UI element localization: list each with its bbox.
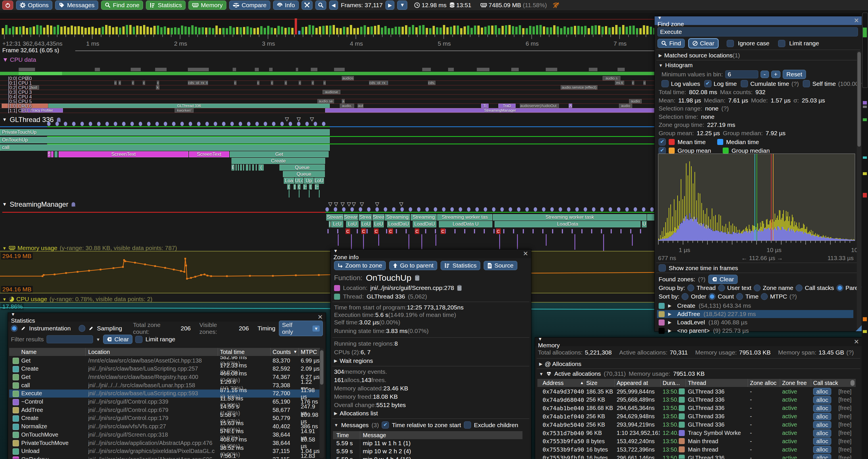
- timeline-zone[interactable]: c: [285, 81, 287, 85]
- statistics-scrollbar-thumb[interactable]: [320, 350, 323, 385]
- frame-bar[interactable]: [133, 27, 135, 34]
- frame-bar[interactable]: [608, 28, 611, 34]
- frame-bar[interactable]: [95, 28, 97, 34]
- clear-button[interactable]: Clear: [689, 39, 718, 48]
- table-row[interactable]: Createjni/../jni/src/guif/Control.cpp:17…: [9, 414, 320, 422]
- wrench-tools-button[interactable]: [302, 1, 312, 10]
- table-row[interactable]: 0x74ab9e5040256 KB293,994,219ns13:50.7GL…: [537, 421, 856, 429]
- frame-bar[interactable]: [81, 27, 83, 34]
- timeline-zone[interactable]: aut: [358, 104, 363, 108]
- sample-dot[interactable]: [542, 207, 546, 211]
- timeline-zone[interactable]: E: [231, 164, 235, 170]
- close-icon[interactable]: ✕: [854, 338, 859, 346]
- show-zone-time-checkbox[interactable]: [659, 264, 666, 271]
- timeline-zone[interactable]: c: [157, 81, 159, 85]
- timeline-zone[interactable]: LoU: [361, 221, 371, 227]
- message-tick[interactable]: [513, 229, 514, 233]
- frame-bar[interactable]: [253, 28, 256, 34]
- sample-dot[interactable]: [350, 207, 354, 211]
- frame-bar[interactable]: [264, 28, 266, 34]
- frame-bar[interactable]: [222, 28, 225, 34]
- collapsed-zone-marker[interactable]: ▽: [285, 117, 289, 121]
- sample-dot[interactable]: [305, 122, 309, 126]
- frame-bar[interactable]: [563, 26, 566, 34]
- frame-bar[interactable]: [501, 26, 504, 34]
- frame-bar[interactable]: [415, 27, 417, 34]
- frame-bar[interactable]: [2, 28, 4, 34]
- frame-bar[interactable]: [243, 27, 245, 34]
- timeline-zone[interactable]: Up: [304, 178, 314, 184]
- table-row[interactable]: Get/mnt/e/claw/src/claw/base/AssetDict.h…: [9, 357, 320, 365]
- frame-bar[interactable]: [46, 25, 49, 34]
- timeline-zone[interactable]: Strea: [373, 214, 384, 221]
- cpu-row[interactable]: GLTGLThread 336audio.autTiTraDaudioserve…: [0, 104, 675, 108]
- timeline-zone[interactable]: Stream: [344, 214, 358, 221]
- sample-dot[interactable]: [375, 207, 379, 211]
- table-row[interactable]: 0x7531d7b04096 KB1:10 234,952,16112:40.7…: [537, 429, 856, 437]
- frame-bar[interactable]: [71, 26, 73, 34]
- frame-bar[interactable]: [16, 27, 18, 34]
- timeline-zone[interactable]: mi.ti: [615, 81, 624, 85]
- search-input[interactable]: Execute: [657, 27, 858, 36]
- frame-bar[interactable]: [526, 28, 528, 34]
- header-scroll-dot[interactable]: [850, 380, 855, 386]
- column-header-message[interactable]: Message: [363, 432, 386, 438]
- frame-bar[interactable]: [236, 27, 239, 34]
- timeline-zone[interactable]: k: [156, 85, 159, 90]
- alloc-callstack-button[interactable]: alloc: [813, 437, 831, 445]
- frame-bar[interactable]: [512, 26, 514, 34]
- frame-bar[interactable]: [364, 25, 366, 34]
- collapsed-zone-marker[interactable]: ▽: [375, 202, 379, 206]
- timeline-zone[interactable]: (: [258, 164, 264, 170]
- toolbar-button-statistics[interactable]: Statistics: [146, 1, 186, 10]
- sample-dot[interactable]: [180, 122, 184, 126]
- sample-dot[interactable]: [139, 122, 142, 126]
- column-header-dura-[interactable]: Dura...: [663, 380, 680, 386]
- frame-bar[interactable]: [405, 25, 407, 34]
- message-tick[interactable]: [435, 229, 436, 233]
- sample-dot[interactable]: [342, 207, 345, 211]
- timeline-zone[interactable]: audio.s: [602, 76, 620, 80]
- filter-input[interactable]: [46, 335, 93, 343]
- message-tick[interactable]: [484, 229, 485, 233]
- timeline-zone[interactable]: Streaming worker task: [493, 214, 647, 221]
- message-tick[interactable]: [455, 229, 456, 233]
- sample-dot[interactable]: [289, 122, 292, 126]
- close-icon[interactable]: ✕: [318, 314, 323, 321]
- close-icon[interactable]: ✕: [523, 250, 528, 258]
- timeline-zone[interactable]: Loa: [284, 178, 294, 184]
- frame-bar[interactable]: [577, 26, 580, 34]
- message-tick[interactable]: [611, 229, 612, 233]
- timeline-zone[interactable]: [252, 164, 254, 170]
- frame-bar[interactable]: [54, 27, 56, 34]
- frame-bar[interactable]: [281, 27, 283, 34]
- timeline-zone[interactable]: cds.: [428, 81, 435, 85]
- frame-bar[interactable]: [202, 27, 204, 34]
- frame-bar[interactable]: [374, 26, 376, 34]
- increment-button[interactable]: +: [771, 71, 780, 78]
- sample-dot[interactable]: [230, 122, 234, 126]
- frame-bar[interactable]: [50, 26, 52, 34]
- frame-bar[interactable]: [105, 25, 107, 34]
- message-tick[interactable]: [581, 229, 583, 233]
- cpu-row[interactable]: ccccccds_ol_rx_thrccccccccds_ol_rx_threa…: [0, 81, 675, 85]
- group-by-radio-parent[interactable]: [836, 285, 843, 291]
- frame-bar[interactable]: [198, 28, 200, 34]
- frame-bar[interactable]: [581, 26, 583, 34]
- timeline-zone[interactable]: LoadDaU: [413, 221, 436, 227]
- sample-dot[interactable]: [442, 207, 445, 211]
- table-row[interactable]: AddTreejni/../jni/src/guif/Control.cpp:6…: [9, 406, 320, 414]
- frame-bar[interactable]: [12, 26, 14, 34]
- allocations-list-row[interactable]: ▶Allocations list: [334, 410, 378, 417]
- sample-dot[interactable]: [567, 207, 570, 211]
- group-mean-checkbox[interactable]: [659, 147, 666, 154]
- frame-bar[interactable]: [333, 25, 335, 34]
- global-scrollbar[interactable]: [862, 11, 868, 459]
- frame-bar[interactable]: [260, 26, 262, 34]
- frame-bar[interactable]: [257, 28, 259, 34]
- frame-bar[interactable]: [529, 26, 531, 34]
- error-marker[interactable]: C: [496, 229, 501, 234]
- frame-bar[interactable]: [636, 28, 638, 34]
- timeline-zone[interactable]: TraD: [498, 104, 516, 108]
- sample-dot[interactable]: [484, 207, 487, 211]
